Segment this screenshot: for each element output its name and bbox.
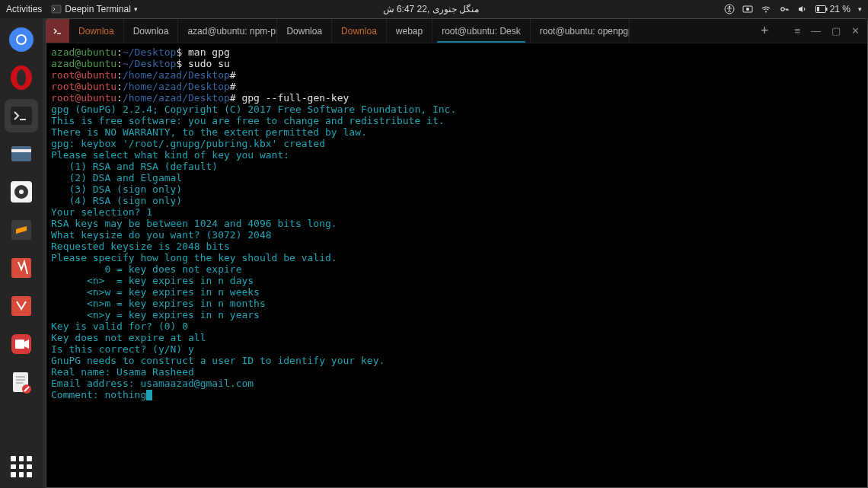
terminal-tab[interactable]: root@ubuntu: Desk: [432, 19, 531, 43]
battery-percent: 21 %: [830, 4, 850, 14]
svg-rect-15: [11, 107, 32, 125]
terminal-line: Key is valid for? (0) 0: [51, 321, 863, 332]
window-controls: + ≡ — ▢ ✕: [761, 19, 867, 43]
battery-icon: [815, 5, 828, 13]
svg-rect-17: [11, 146, 31, 161]
terminal-tab[interactable]: Downloa: [332, 19, 387, 43]
terminal-line: <n>w = key expires in n weeks: [51, 286, 863, 298]
menu-icon[interactable]: ≡: [794, 25, 800, 37]
record-icon[interactable]: [742, 4, 753, 14]
terminal-line: azad@ubuntu:~/Desktop$ man gpg: [51, 46, 863, 58]
terminal-line: Email address: usamaazad@gmail.com: [51, 378, 863, 389]
terminal-line: Requested keysize is 2048 bits: [51, 241, 863, 252]
dock-screenrecord[interactable]: [5, 327, 38, 361]
terminal-tab[interactable]: webap: [387, 19, 432, 43]
show-apps-button[interactable]: [6, 451, 37, 482]
terminal-line: This is free software: you are free to c…: [51, 115, 863, 126]
svg-rect-8: [826, 8, 828, 11]
terminal-line: There is NO WARRANTY, to the extent perm…: [51, 126, 863, 138]
terminal-app-icon: [51, 4, 62, 14]
dock-terminal[interactable]: [5, 99, 38, 132]
terminal-line: (1) RSA and RSA (default): [51, 161, 863, 172]
terminal-line: gpg (GnuPG) 2.2.4; Copyright (C) 2017 Fr…: [51, 104, 863, 115]
terminal-line: GnuPG needs to construct a user ID to id…: [51, 355, 863, 366]
new-tab-button[interactable]: +: [761, 23, 769, 39]
svg-rect-18: [11, 149, 31, 152]
terminal-line: gpg: keybox '/root/.gnupg/pubring.kbx' c…: [51, 138, 863, 149]
terminal-line: (2) DSA and Elgamal: [51, 172, 863, 183]
svg-rect-24: [11, 296, 31, 316]
terminal-line: (3) DSA (sign only): [51, 183, 863, 195]
terminal-line: Please specify how long the key should b…: [51, 252, 863, 263]
battery-indicator[interactable]: 21 %: [815, 4, 850, 14]
terminal-line: Please select what kind of key you want:: [51, 149, 863, 161]
clock[interactable]: منگل جنوری ,22 6:47 ‫ش: [138, 4, 724, 14]
terminal-line: RSA keys may be between 1024 and 4096 bi…: [51, 218, 863, 229]
close-button[interactable]: ✕: [851, 25, 860, 37]
svg-rect-9: [817, 7, 819, 11]
terminal-tab[interactable]: Downloa: [277, 19, 332, 43]
dock-files[interactable]: [5, 137, 38, 171]
terminal-content[interactable]: azad@ubuntu:~/Desktop$ man gpgazad@ubunt…: [46, 43, 867, 487]
terminal-line: Comment: nothing: [51, 389, 863, 400]
dock-app-red2[interactable]: [5, 289, 38, 323]
terminal-window: DownloaDownloaazad@ubuntu: npm-prDownloa…: [46, 18, 868, 488]
terminal-line: <n> = key expires in n days: [51, 275, 863, 286]
maximize-button[interactable]: ▢: [831, 25, 841, 37]
svg-point-21: [19, 190, 24, 194]
terminal-line: Is this correct? (y/N) y: [51, 343, 863, 355]
svg-rect-26: [15, 340, 24, 349]
terminal-cursor: [146, 390, 152, 400]
svg-rect-32: [52, 26, 64, 37]
terminal-line: root@ubuntu:/home/azad/Desktop#: [51, 69, 863, 81]
terminal-line: Your selection? 1: [51, 206, 863, 218]
dock-chrome[interactable]: [5, 23, 38, 56]
terminal-tab[interactable]: azad@ubuntu: npm-pr: [178, 19, 277, 43]
terminal-line: 0 = key does not expire: [51, 263, 863, 275]
dock-app-red1[interactable]: [5, 251, 38, 285]
terminal-line: What keysize do you want? (3072) 2048: [51, 229, 863, 241]
terminal-tab[interactable]: Downloa: [69, 19, 124, 43]
topbar-right: 21 % ▾: [724, 4, 862, 14]
vpn-key-icon[interactable]: [779, 4, 790, 14]
minimize-button[interactable]: —: [811, 25, 821, 37]
activities-button[interactable]: Activities: [6, 4, 42, 14]
dock-gedit[interactable]: [5, 365, 38, 399]
active-app-indicator[interactable]: Deepin Terminal ▾: [51, 4, 138, 14]
terminal-line: Real name: Usama Rasheed: [51, 366, 863, 378]
svg-point-5: [765, 11, 767, 13]
terminal-line: azad@ubuntu:~/Desktop$ sudo su: [51, 58, 863, 69]
terminal-line: root@ubuntu:/home/azad/Desktop# gpg --fu…: [51, 92, 863, 104]
dropdown-triangle-icon[interactable]: ▾: [858, 5, 862, 13]
volume-icon[interactable]: [797, 4, 808, 14]
gnome-top-bar: Activities Deepin Terminal ▾ منگل جنوری …: [0, 0, 868, 18]
svg-point-12: [18, 36, 25, 43]
terminal-tab[interactable]: Downloa: [124, 19, 179, 43]
terminal-line: Key does not expire at all: [51, 332, 863, 343]
svg-point-14: [17, 69, 26, 86]
topbar-left: Activities Deepin Terminal ▾: [6, 4, 138, 14]
svg-rect-0: [52, 5, 61, 13]
terminal-menu-icon[interactable]: [46, 19, 69, 43]
terminal-line: (4) RSA (sign only): [51, 195, 863, 206]
accessibility-icon[interactable]: [724, 4, 735, 14]
terminal-line: <n>y = key expires in n years: [51, 309, 863, 321]
terminal-line: <n>m = key expires in n months: [51, 298, 863, 309]
active-app-name: Deepin Terminal: [65, 4, 131, 14]
terminal-line: root@ubuntu:/home/azad/Desktop#: [51, 81, 863, 92]
dock-opera[interactable]: [5, 61, 38, 94]
dock-sublime[interactable]: [5, 213, 38, 247]
svg-point-6: [780, 8, 783, 11]
ubuntu-dock: [0, 18, 43, 488]
wifi-icon[interactable]: [761, 4, 771, 14]
svg-point-2: [728, 6, 729, 8]
svg-point-4: [746, 8, 749, 11]
terminal-tab-bar: DownloaDownloaazad@ubuntu: npm-prDownloa…: [46, 19, 867, 43]
dock-rhythmbox[interactable]: [5, 175, 38, 209]
terminal-tab[interactable]: root@ubuntu: openpgp-rev: [531, 19, 630, 43]
